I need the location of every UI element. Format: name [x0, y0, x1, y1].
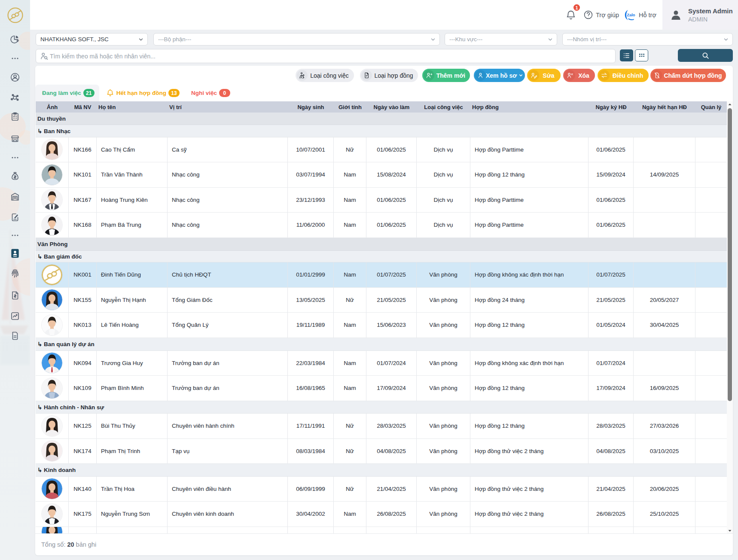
svg-text:Zalo: Zalo	[627, 13, 635, 17]
